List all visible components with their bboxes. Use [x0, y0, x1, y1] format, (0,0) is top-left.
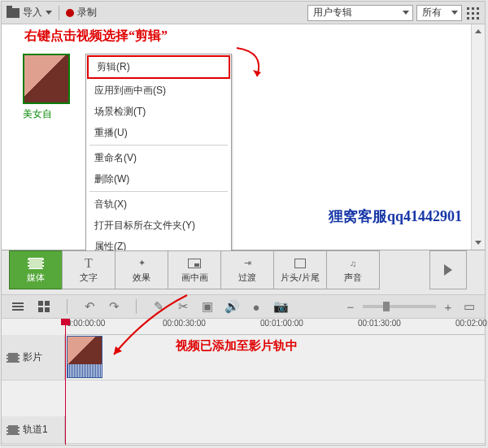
zoom-out-icon[interactable]: − [342, 300, 359, 314]
tab-effects[interactable]: ✦效果 [115, 250, 168, 289]
scroll-up-icon[interactable] [472, 24, 485, 38]
tab-intro[interactable]: 片头/片尾 [273, 250, 327, 289]
ctx-scene[interactable]: 场景检测(T) [86, 101, 231, 122]
zoom-handle[interactable] [383, 302, 390, 311]
album-dropdown[interactable]: 用户专辑 [307, 5, 413, 21]
annotation-text-2: 视频已添加至影片轨中 [176, 338, 298, 354]
folder-icon [7, 8, 20, 18]
time-tick: 0:00:00:00 [67, 319, 105, 328]
volume-icon[interactable]: 🔊 [223, 299, 241, 314]
playhead[interactable] [65, 319, 66, 445]
film-icon [7, 425, 20, 435]
add-to-timeline-button[interactable] [429, 250, 467, 289]
category-tabs: 媒体 T文字 ✦效果 画中画 ⇥过渡 片头/片尾 ♫声音 [9, 250, 379, 289]
ctx-audio[interactable]: 音轨(X) [86, 194, 231, 215]
film-icon [7, 353, 20, 363]
separator [67, 299, 68, 314]
tab-sound[interactable]: ♫声音 [326, 250, 380, 289]
tab-pip[interactable]: 画中画 [168, 250, 221, 289]
ctx-replay[interactable]: 重播(U) [86, 122, 231, 143]
track-label: 轨道1 [23, 423, 48, 437]
time-tick: 00:01:30:00 [358, 319, 401, 328]
video-clip[interactable] [67, 336, 102, 378]
time-tick: 00:01:00:00 [260, 319, 303, 328]
clip-thumbnail [68, 337, 102, 364]
annotation-text-1: 右键点击视频选择“剪辑” [24, 28, 168, 45]
ctx-rename[interactable]: 重命名(V) [86, 147, 231, 168]
ctx-divider [89, 145, 228, 146]
thumbnail-image [24, 55, 68, 102]
crop-icon[interactable]: ▣ [198, 299, 216, 314]
snapshot-icon[interactable]: 📷 [272, 299, 290, 314]
ctx-delete[interactable]: 删除(W) [86, 168, 231, 189]
ctx-pip[interactable]: 应用到画中画(S) [86, 80, 231, 101]
album-dropdown-value: 用户专辑 [313, 6, 352, 20]
ctx-divider [89, 191, 228, 192]
ctx-edit[interactable]: 剪辑(R) [87, 55, 230, 79]
undo-icon[interactable]: ↶ [81, 299, 98, 314]
annotation-arrow-1 [233, 44, 281, 85]
play-icon [444, 264, 452, 276]
track-1[interactable]: 轨道1 [2, 416, 485, 444]
vertical-scrollbar[interactable] [471, 24, 485, 250]
track-label: 影片 [23, 350, 42, 364]
zoom-in-icon[interactable]: + [439, 300, 457, 314]
zoom-slider[interactable] [363, 305, 436, 308]
scroll-down-icon[interactable] [472, 236, 485, 250]
timeline-toolbar: ↶ ↷ ✎ ✂ ▣ 🔊 ● 📷 − + ▭ [2, 294, 485, 319]
tab-transition[interactable]: ⇥过渡 [220, 250, 274, 289]
grid-view-icon[interactable] [465, 6, 480, 20]
ctx-open-folder[interactable]: 打开目标所在文件夹(Y) [86, 215, 231, 236]
time-tick: 00:02:00:00 [455, 319, 488, 328]
storyboard-view-icon[interactable] [34, 298, 54, 315]
record-label[interactable]: 录制 [77, 6, 97, 20]
context-menu: 剪辑(R) 应用到画中画(S) 场景检测(T) 重播(U) 重命名(V) 删除(… [85, 54, 232, 258]
thumbnail-label: 美女自 [23, 107, 52, 121]
filter-dropdown[interactable]: 所有 [416, 5, 462, 21]
separator [59, 6, 59, 20]
tab-media[interactable]: 媒体 [9, 250, 63, 289]
import-label[interactable]: 导入 [23, 6, 42, 20]
clip-waveform [68, 364, 102, 377]
media-thumbnail[interactable] [23, 54, 70, 104]
zoom-fit-icon[interactable]: ▭ [460, 299, 478, 314]
track-header-video[interactable]: 影片 [2, 335, 65, 380]
tab-text[interactable]: T文字 [62, 250, 115, 289]
record-icon[interactable]: ● [247, 300, 265, 314]
filter-dropdown-value: 所有 [422, 6, 442, 20]
list-view-icon[interactable] [8, 298, 28, 315]
chevron-down-icon [451, 11, 458, 15]
chevron-down-icon[interactable] [46, 11, 52, 15]
chevron-down-icon [403, 11, 409, 15]
watermark-text: 狸窝客服qq41442901 [329, 207, 462, 226]
top-toolbar: 导入 录制 用户专辑 所有 [2, 2, 485, 24]
track-header-1[interactable]: 轨道1 [2, 416, 65, 443]
record-icon [66, 9, 74, 17]
